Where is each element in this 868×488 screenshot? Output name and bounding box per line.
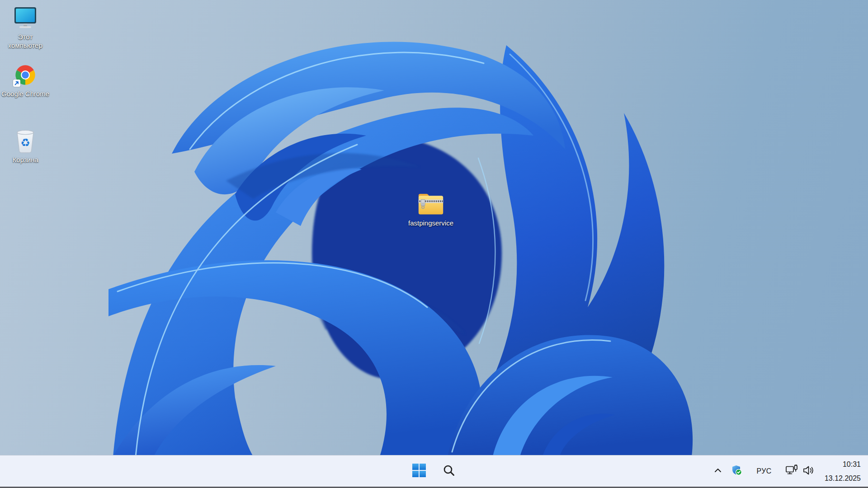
wallpaper-bloom	[0, 0, 868, 488]
chevron-up-icon	[714, 468, 722, 474]
icon-label: fastpingservice	[408, 219, 453, 227]
clock-time: 10:31	[843, 460, 861, 469]
svg-text:♻: ♻	[20, 136, 30, 149]
icon-label: Этот компьютер	[0, 33, 50, 50]
chrome-logo-icon	[12, 62, 39, 88]
search-button[interactable]	[436, 459, 462, 484]
language-indicator[interactable]: РУС	[748, 460, 780, 482]
start-button[interactable]	[406, 459, 432, 484]
windows-security-button[interactable]	[727, 460, 747, 482]
desktop-icon-this-pc[interactable]: Этот компьютер	[0, 5, 51, 50]
desktop-icon-google-chrome[interactable]: Google Chrome	[0, 62, 51, 98]
windows-logo-icon	[412, 464, 426, 479]
computer-monitor-icon	[12, 5, 39, 31]
desktop-icon-recycle-bin[interactable]: ♻ Корзина	[0, 128, 51, 164]
shield-check-icon	[731, 465, 743, 478]
recycle-bin-icon: ♻	[12, 128, 39, 154]
shortcut-arrow-icon	[13, 80, 20, 87]
language-label: РУС	[752, 467, 776, 475]
clock[interactable]: 10:31 13.12.2025	[820, 460, 863, 482]
quick-settings-button[interactable]	[781, 460, 819, 482]
wired-network-icon	[785, 465, 798, 478]
icon-label: Корзина	[12, 155, 38, 164]
volume-icon	[802, 465, 815, 478]
desktop-icon-fastpingservice[interactable]: fastpingservice	[406, 192, 456, 227]
clock-date: 13.12.2025	[825, 474, 861, 483]
icon-label: Google Chrome	[1, 89, 49, 98]
taskbar: РУС	[0, 455, 868, 487]
tray-overflow-button[interactable]	[710, 460, 726, 482]
search-icon	[443, 464, 455, 478]
zipped-folder-icon	[417, 192, 444, 217]
